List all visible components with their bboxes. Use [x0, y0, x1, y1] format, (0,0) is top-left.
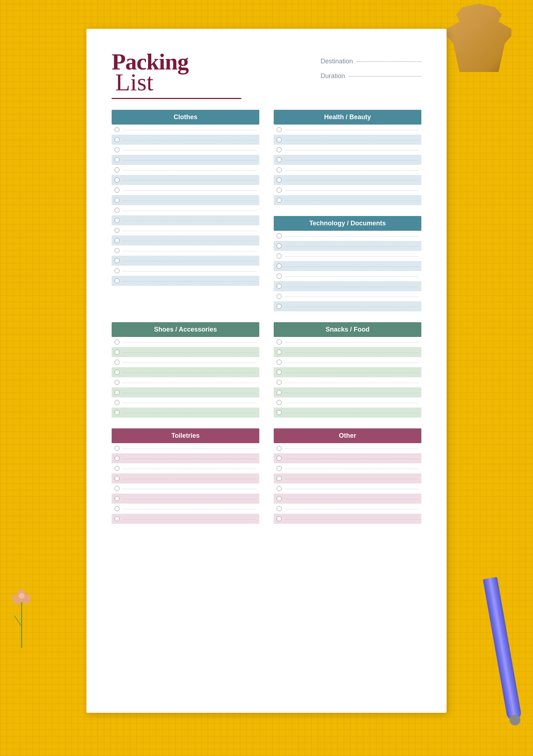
- checkbox[interactable]: [115, 147, 120, 152]
- checkbox[interactable]: [115, 516, 120, 521]
- checklist-clothes: [112, 125, 259, 286]
- check-row: [112, 175, 259, 185]
- section-header-other: Other: [274, 428, 421, 443]
- title-divider: [112, 98, 241, 99]
- checkbox[interactable]: [277, 294, 282, 299]
- check-row: [112, 155, 259, 165]
- checkbox[interactable]: [277, 147, 282, 152]
- check-row: [112, 463, 259, 473]
- checkbox[interactable]: [115, 339, 120, 345]
- checkbox[interactable]: [277, 177, 282, 183]
- checkbox[interactable]: [277, 380, 282, 385]
- checkbox[interactable]: [115, 198, 120, 203]
- checkbox[interactable]: [277, 370, 282, 375]
- checkbox[interactable]: [277, 167, 282, 172]
- check-row: [274, 337, 421, 347]
- checkbox[interactable]: [115, 446, 120, 451]
- checkbox[interactable]: [277, 127, 282, 132]
- check-row: [112, 483, 259, 494]
- checkbox[interactable]: [115, 410, 120, 415]
- checkbox[interactable]: [277, 446, 282, 451]
- checkbox[interactable]: [115, 248, 120, 253]
- checkbox[interactable]: [115, 167, 120, 172]
- checkbox[interactable]: [277, 466, 282, 471]
- duration-row: Duration: [321, 72, 421, 80]
- checkbox[interactable]: [277, 456, 282, 461]
- check-row: [112, 387, 259, 397]
- checkbox[interactable]: [115, 350, 120, 355]
- section-clothes: Clothes: [112, 110, 259, 311]
- destination-line: [357, 61, 421, 62]
- check-row: [274, 377, 421, 387]
- checklist-toiletries: [112, 443, 259, 524]
- checkbox[interactable]: [115, 268, 120, 273]
- checkbox[interactable]: [115, 456, 120, 461]
- check-row: [274, 271, 421, 281]
- checkbox[interactable]: [115, 218, 120, 223]
- check-row: [112, 453, 259, 463]
- checkbox[interactable]: [115, 380, 120, 385]
- check-row: [274, 231, 421, 241]
- check-row: [274, 261, 421, 271]
- checkbox[interactable]: [277, 233, 282, 238]
- check-row: [274, 408, 421, 418]
- checkbox[interactable]: [277, 157, 282, 162]
- checkbox[interactable]: [277, 516, 282, 521]
- checkbox[interactable]: [277, 274, 282, 279]
- checkbox[interactable]: [277, 284, 282, 289]
- checkbox[interactable]: [115, 137, 120, 142]
- check-row: [274, 443, 421, 453]
- svg-point-5: [19, 593, 24, 599]
- checkbox[interactable]: [115, 177, 120, 183]
- checkbox[interactable]: [277, 339, 282, 345]
- check-row: [112, 494, 259, 504]
- checkbox[interactable]: [115, 157, 120, 162]
- check-row: [112, 408, 259, 418]
- checkbox[interactable]: [277, 506, 282, 511]
- check-row: [112, 443, 259, 453]
- checkbox[interactable]: [277, 400, 282, 405]
- check-row: [274, 463, 421, 473]
- checkbox[interactable]: [115, 228, 120, 233]
- title-list: List: [115, 70, 241, 94]
- checkbox[interactable]: [115, 496, 120, 501]
- checkbox[interactable]: [277, 486, 282, 491]
- check-row: [274, 473, 421, 483]
- checkbox[interactable]: [277, 390, 282, 395]
- checkbox[interactable]: [277, 476, 282, 481]
- check-row: [112, 504, 259, 514]
- checkbox[interactable]: [277, 410, 282, 415]
- checkbox[interactable]: [115, 238, 120, 243]
- check-row: [112, 377, 259, 387]
- checkbox[interactable]: [277, 264, 282, 269]
- checkbox[interactable]: [115, 258, 120, 263]
- checkbox[interactable]: [277, 360, 282, 365]
- checkbox[interactable]: [115, 400, 120, 405]
- section-header-health-beauty: Health / Beauty: [274, 110, 421, 125]
- checkbox[interactable]: [277, 198, 282, 203]
- checkbox[interactable]: [277, 253, 282, 258]
- checkbox[interactable]: [115, 390, 120, 395]
- check-row: [274, 387, 421, 397]
- checkbox[interactable]: [115, 360, 120, 365]
- checkbox[interactable]: [277, 496, 282, 501]
- checkbox[interactable]: [115, 127, 120, 132]
- checkbox[interactable]: [115, 278, 120, 283]
- checkbox[interactable]: [277, 304, 282, 309]
- checkbox[interactable]: [115, 188, 120, 193]
- check-row: [274, 453, 421, 463]
- checkbox[interactable]: [115, 208, 120, 213]
- checkbox[interactable]: [277, 243, 282, 248]
- section-toiletries: Toiletries: [112, 428, 259, 524]
- checkbox[interactable]: [115, 370, 120, 375]
- checkbox[interactable]: [115, 476, 120, 481]
- check-row: [274, 135, 421, 145]
- check-row: [274, 347, 421, 357]
- check-row: [274, 251, 421, 261]
- checkbox[interactable]: [277, 350, 282, 355]
- checkbox[interactable]: [115, 486, 120, 491]
- checkbox[interactable]: [277, 188, 282, 193]
- checkbox[interactable]: [115, 466, 120, 471]
- checkbox[interactable]: [115, 506, 120, 511]
- checkbox[interactable]: [277, 137, 282, 142]
